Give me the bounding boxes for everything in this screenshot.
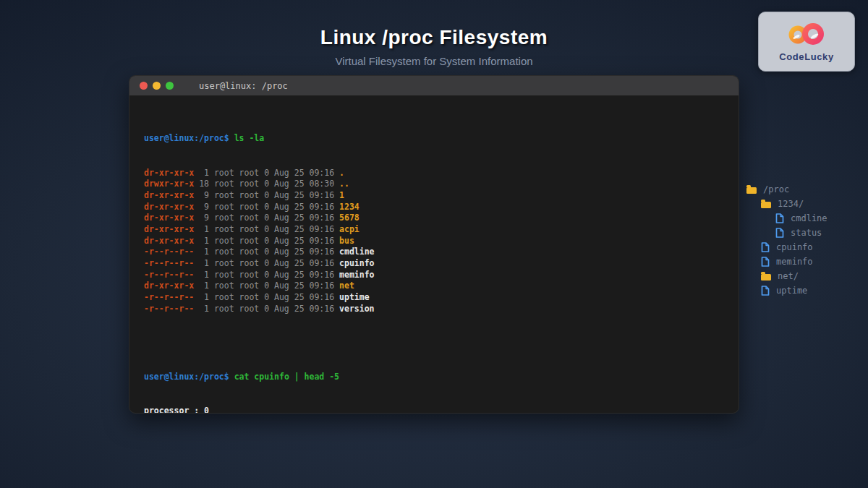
terminal-titlebar: user@linux: /proc [129,76,739,95]
ls-permissions: dr-xr-xr-x [144,213,194,223]
tree-item-net[interactable]: net/ [746,269,827,283]
page-subtitle: Virtual Filesystem for System Informatio… [0,55,868,67]
ls-directory-name: acpi [339,224,359,234]
ls-output: dr-xr-xr-x 1 root root 0 Aug 25 09:16 .d… [144,168,724,315]
ls-directory-name: bus [339,236,354,246]
tree-item-meminfo[interactable]: meminfo [746,254,827,269]
file-icon [775,228,784,238]
minimize-button[interactable] [153,82,161,90]
tree-item-proc[interactable]: /proc [746,182,827,197]
ls-row: -r--r--r-- 1 root root 0 Aug 25 09:16 cp… [144,258,724,270]
ls-meta: 9 root root 0 Aug 25 09:16 [194,202,339,212]
ls-directory-name: .. [339,179,349,189]
ls-directory-name: 1 [339,190,344,200]
ls-permissions: dr-xr-xr-x [144,224,194,234]
maximize-button[interactable] [166,82,174,90]
file-icon [775,213,784,223]
ls-meta: 1 root root 0 Aug 25 09:16 [194,270,339,280]
ls-permissions: -r--r--r-- [144,247,194,257]
ls-meta: 9 root root 0 Aug 25 09:16 [194,190,339,200]
blank-line [144,338,724,349]
tree-item-label: cmdline [791,213,827,223]
terminal-window: user@linux: /proc user@linux:/proc$ ls -… [129,75,739,414]
tree-item-1234[interactable]: 1234/ [746,197,827,211]
ls-directory-name: 1234 [339,202,359,212]
ls-permissions: drwxr-xr-x [144,179,194,189]
file-icon [761,286,770,296]
ls-row: dr-xr-xr-x 9 root root 0 Aug 25 09:16 1 [144,190,724,202]
ls-file-name: cmdline [339,247,374,257]
ls-row: dr-xr-xr-x 1 root root 0 Aug 25 09:16 ne… [144,281,724,292]
ls-meta: 9 root root 0 Aug 25 09:16 [194,213,339,223]
ls-meta: 1 root root 0 Aug 25 09:16 [194,304,339,314]
command-cat-text: cat cpuinfo | head -5 [234,372,339,382]
command-ls [229,133,234,143]
ls-permissions: dr-xr-xr-x [144,168,194,178]
ls-meta: 1 root root 0 Aug 25 09:16 [194,236,339,246]
ls-permissions: -r--r--r-- [144,304,194,314]
file-icon [761,257,770,267]
prompt-line-ls: user@linux:/proc$ ls -la [144,133,724,145]
tree-item-uptime[interactable]: uptime [746,283,827,298]
ls-row: -r--r--r-- 1 root root 0 Aug 25 09:16 ve… [144,304,724,315]
ls-row: dr-xr-xr-x 1 root root 0 Aug 25 09:16 ac… [144,224,724,236]
ls-directory-name: . [339,168,344,178]
folder-icon [761,202,771,208]
page-title: Linux /proc Filesystem [0,26,868,49]
ls-row: drwxr-xr-x 18 root root 0 Aug 25 08:30 .… [144,179,724,190]
tree-item-label: 1234/ [778,199,804,209]
ls-row: -r--r--r-- 1 root root 0 Aug 25 09:16 me… [144,270,724,281]
ls-file-name: uptime [339,292,370,302]
cpuinfo-output: processor : 0vendor_id : GenuineIntelcpu… [144,406,724,414]
tree-item-label: meminfo [776,257,813,267]
ls-row: -r--r--r-- 1 root root 0 Aug 25 09:16 up… [144,292,724,304]
ls-permissions: dr-xr-xr-x [144,202,194,212]
prompt-line-cat: user@linux:/proc$ cat cpuinfo | head -5 [144,372,724,383]
tree-item-status[interactable]: status [746,226,827,240]
terminal-body[interactable]: user@linux:/proc$ ls -la dr-xr-xr-x 1 ro… [129,95,739,414]
ls-file-name: version [339,304,374,314]
page-header: Linux /proc Filesystem Virtual Filesyste… [0,26,868,67]
ls-row: -r--r--r-- 1 root root 0 Aug 25 09:16 cm… [144,247,724,258]
ls-permissions: dr-xr-xr-x [144,190,194,200]
ls-meta: 1 root root 0 Aug 25 09:16 [194,168,339,178]
ls-row: dr-xr-xr-x 1 root root 0 Aug 25 09:16 bu… [144,236,724,247]
file-icon [761,242,770,252]
tree-item-label: status [791,228,822,238]
command-ls-text: ls -la [234,133,265,143]
codelucky-logo-card: CodeLucky [758,12,855,72]
ls-meta: 18 root root 0 Aug 25 08:30 [194,179,339,189]
ls-file-name: cpuinfo [339,258,374,268]
ls-permissions: -r--r--r-- [144,258,194,268]
cpuinfo-line: processor : 0 [144,406,724,414]
shell-prompt: user@linux:/proc$ [144,133,229,143]
tree-item-label: uptime [776,286,807,296]
ls-permissions: -r--r--r-- [144,270,194,280]
codelucky-logo-text: CodeLucky [779,51,833,62]
ls-file-name: meminfo [339,270,374,280]
codelucky-infinity-icon [783,22,830,49]
ls-meta: 1 root root 0 Aug 25 09:16 [194,224,339,234]
ls-directory-name: net [339,281,354,291]
tree-item-cmdline[interactable]: cmdline [746,211,827,226]
tree-item-label: cpuinfo [776,242,813,252]
command-cat [229,372,234,382]
ls-row: dr-xr-xr-x 9 root root 0 Aug 25 09:16 56… [144,213,724,224]
folder-icon [746,187,757,194]
ls-directory-name: 5678 [339,213,359,223]
folder-icon [761,274,771,281]
ls-permissions: dr-xr-xr-x [144,236,194,246]
ls-row: dr-xr-xr-x 1 root root 0 Aug 25 09:16 . [144,168,724,179]
tree-item-label: /proc [763,184,789,194]
ls-meta: 1 root root 0 Aug 25 09:16 [194,281,339,291]
file-tree: /proc1234/cmdlinestatuscpuinfomeminfonet… [746,182,827,298]
terminal-title: user@linux: /proc [199,81,288,91]
close-button[interactable] [140,82,148,90]
tree-item-label: net/ [778,271,799,281]
ls-permissions: -r--r--r-- [144,292,194,302]
ls-meta: 1 root root 0 Aug 25 09:16 [194,258,339,268]
ls-meta: 1 root root 0 Aug 25 09:16 [194,292,339,302]
tree-item-cpuinfo[interactable]: cpuinfo [746,240,827,254]
ls-row: dr-xr-xr-x 9 root root 0 Aug 25 09:16 12… [144,202,724,213]
ls-meta: 1 root root 0 Aug 25 09:16 [194,247,339,257]
